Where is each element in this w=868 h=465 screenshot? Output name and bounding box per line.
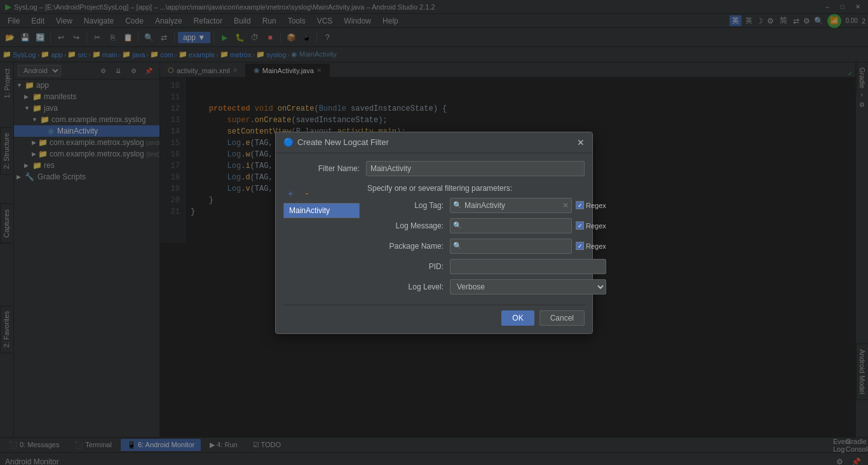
filter-list-item-mainactivity[interactable]: MainActivity xyxy=(284,204,359,218)
package-name-label: Package Name: xyxy=(367,242,450,251)
modal-title: 🔵 Create New Logcat Filter xyxy=(283,137,389,147)
pkg-name-input-wrap: 🔍 xyxy=(450,239,572,254)
filter-name-label: Filter Name: xyxy=(283,164,366,173)
log-tag-input-wrap: 🔍 ✕ xyxy=(450,198,572,213)
log-tag-search-icon: 🔍 xyxy=(453,201,462,209)
filter-name-row: Filter Name: xyxy=(283,161,585,176)
log-tag-regex-check[interactable]: ✓ xyxy=(576,201,584,209)
add-filter-button[interactable]: + xyxy=(283,186,297,200)
log-tag-label: Log Tag: xyxy=(367,201,450,210)
log-message-regex-check[interactable]: ✓ xyxy=(576,221,584,230)
cancel-button[interactable]: Cancel xyxy=(539,310,585,326)
log-message-row: Log Message: 🔍 ✓ Regex xyxy=(367,218,606,233)
modal-title-text: Create New Logcat Filter xyxy=(297,137,389,147)
modal-close-button[interactable]: ✕ xyxy=(577,137,585,148)
package-regex-check[interactable]: ✓ xyxy=(576,242,584,250)
log-tag-regex-label: Regex xyxy=(586,202,606,209)
modal-form-fields: Specify one or several filtering paramet… xyxy=(367,184,606,300)
filter-list: MainActivity xyxy=(283,203,360,218)
modal-filter-list-panel: + - MainActivity xyxy=(283,184,360,300)
log-message-input[interactable] xyxy=(465,221,569,230)
log-level-select[interactable]: Verbose Debug Info Warn Error Assert xyxy=(450,279,606,295)
modal-titlebar: 🔵 Create New Logcat Filter ✕ xyxy=(276,132,592,153)
specify-label: Specify one or several filtering paramet… xyxy=(367,184,512,193)
modal-list-buttons: + - xyxy=(283,184,360,203)
log-tag-clear-btn[interactable]: ✕ xyxy=(562,201,569,210)
package-regex-label: Regex xyxy=(586,242,606,250)
log-level-row: Log Level: Verbose Debug Info Warn Error… xyxy=(367,279,606,295)
log-level-label: Log Level: xyxy=(367,282,450,291)
ok-button[interactable]: OK xyxy=(501,310,534,326)
log-msg-search-icon: 🔍 xyxy=(453,221,462,230)
logcat-filter-modal: 🔵 Create New Logcat Filter ✕ Filter Name… xyxy=(275,132,593,334)
log-message-input-wrap: 🔍 xyxy=(450,218,572,233)
pid-label: PID: xyxy=(367,262,450,271)
modal-content-area: + - MainActivity Specify one or several … xyxy=(283,184,585,305)
package-name-input[interactable] xyxy=(465,242,569,251)
modal-overlay: 🔵 Create New Logcat Filter ✕ Filter Name… xyxy=(0,0,868,465)
remove-filter-button[interactable]: - xyxy=(300,186,314,200)
filter-name-input[interactable] xyxy=(366,161,585,176)
modal-icon: 🔵 xyxy=(283,137,294,147)
pid-input[interactable] xyxy=(450,259,606,274)
pid-row: PID: xyxy=(367,259,606,274)
package-name-row: Package Name: 🔍 ✓ Regex xyxy=(367,239,606,254)
log-tag-row: Log Tag: 🔍 ✕ ✓ Regex xyxy=(367,198,606,213)
specify-params-text: Specify one or several filtering paramet… xyxy=(367,184,606,193)
pkg-search-icon: 🔍 xyxy=(453,242,462,250)
modal-body: Filter Name: + - MainActivity xyxy=(276,153,592,333)
modal-button-row: OK Cancel xyxy=(283,305,585,326)
log-message-regex-label: Regex xyxy=(586,222,606,230)
log-message-label: Log Message: xyxy=(367,221,450,230)
log-tag-input[interactable] xyxy=(465,201,560,210)
